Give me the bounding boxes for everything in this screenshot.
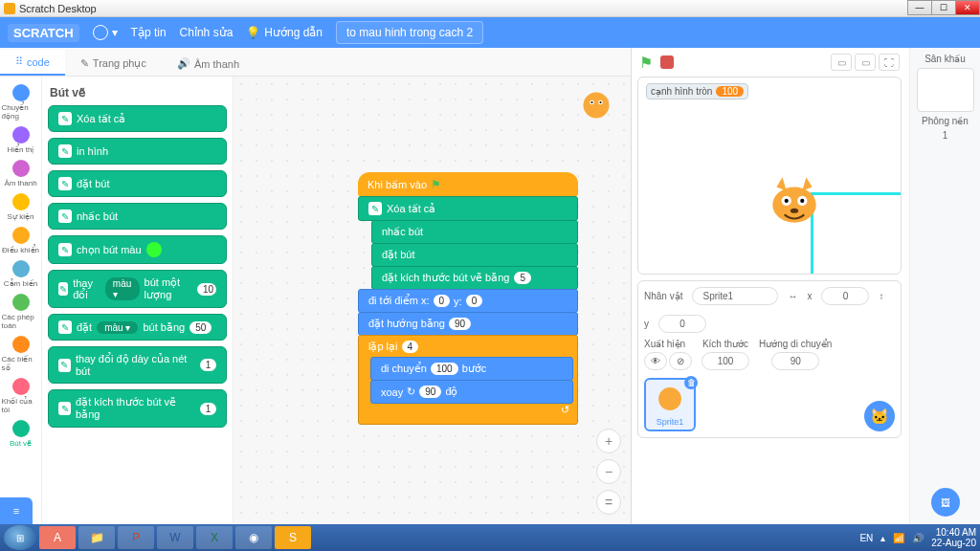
script-turn[interactable]: xoay↻90độ [370, 380, 573, 404]
block-set-pen-size[interactable]: đặt kích thước bút vẽ bằng1 [48, 389, 227, 428]
file-menu[interactable]: Tập tin [131, 26, 167, 39]
color-dropdown[interactable]: màu ▾ [105, 277, 140, 300]
backpack-button[interactable]: ≡ [0, 497, 33, 524]
y-input[interactable]: 0 [466, 295, 483, 307]
stage[interactable]: cạnh hình tròn 100 [637, 77, 902, 275]
category-Cảm biến[interactable]: Cảm biến [2, 258, 40, 290]
delete-sprite-button[interactable]: 🗑 [684, 376, 698, 389]
minimize-button[interactable]: — [907, 0, 932, 15]
value-input[interactable]: 1 [200, 403, 216, 415]
taskbar-word[interactable]: W [157, 526, 193, 549]
taskbar-scratch[interactable]: S [275, 526, 311, 549]
palette-title: Bút vẽ [50, 86, 227, 99]
green-flag-button[interactable]: ⚑ [639, 54, 653, 72]
show-button[interactable]: 👁 [644, 352, 667, 370]
backdrop-thumbnail[interactable] [917, 68, 974, 112]
block-stamp[interactable]: in hình [48, 138, 227, 165]
sprite-name-field[interactable]: Sprite1 [692, 287, 778, 305]
script-set-pen-size[interactable]: đặt kích thước bút vẽ bằng5 [371, 266, 578, 290]
language-indicator[interactable]: EN [859, 533, 873, 543]
sprite-x-field[interactable]: 0 [821, 287, 869, 305]
block-pen-up[interactable]: nhấc bút [48, 203, 227, 230]
tab-sounds[interactable]: 🔊Âm thanh [162, 52, 255, 76]
fullscreen-button[interactable]: ⛶ [879, 54, 900, 71]
category-Khối của tôi[interactable]: Khối của tôi [2, 376, 40, 416]
sprite-thumbnail[interactable]: 🗑 Sprite1 [644, 378, 696, 431]
add-backdrop-button[interactable]: 🖼 [931, 488, 960, 517]
sprite-size-field[interactable]: 100 [702, 352, 749, 370]
tutorials-menu[interactable]: 💡 Hướng dẫn [246, 26, 323, 39]
category-Hiển thị[interactable]: Hiển thị [2, 124, 40, 156]
value-input[interactable]: 5 [514, 272, 531, 284]
script-pen-down[interactable]: đặt bút [371, 243, 578, 267]
script-goto-xy[interactable]: đi tới điểm x:0y:0 [358, 289, 578, 313]
category-Bút vẽ[interactable]: Bút vẽ [2, 418, 40, 450]
category-Điều khiển[interactable]: Điều khiển [2, 225, 40, 256]
tab-code[interactable]: ⠿code [0, 50, 65, 76]
script-stack[interactable]: Khi bấm vào⚑ Xóa tất cả nhấc bút đặt bút… [358, 172, 578, 425]
variable-monitor[interactable]: cạnh hình tròn 100 [646, 83, 748, 99]
script-point-direction[interactable]: đặt hướng bằng90 [358, 312, 578, 336]
tray-sound-icon[interactable]: 🔊 [912, 533, 924, 543]
block-change-pen-size[interactable]: thay đổi độ dày của nét bút1 [48, 346, 227, 384]
language-menu[interactable]: ▾ [93, 25, 118, 40]
block-set-pen-param[interactable]: đặtmàu ▾bút bằng50 [48, 314, 227, 341]
category-Các phép toán[interactable]: Các phép toán [2, 292, 40, 332]
direction-input[interactable]: 90 [449, 318, 471, 330]
zoom-reset-button[interactable]: = [596, 490, 621, 515]
start-button[interactable]: ⊞ [4, 525, 36, 550]
stop-button[interactable] [660, 55, 674, 69]
category-Sự kiện[interactable]: Sự kiện [2, 191, 40, 223]
large-stage-button[interactable]: ▭ [855, 54, 876, 71]
taskbar-powerpoint[interactable]: P [118, 526, 154, 549]
zoom-in-button[interactable]: + [596, 429, 621, 453]
category-dot [12, 84, 30, 101]
taskbar-explorer[interactable]: 📁 [78, 526, 115, 549]
zoom-out-button[interactable]: − [596, 459, 621, 484]
color-dropdown[interactable]: màu ▾ [97, 321, 138, 334]
value-input[interactable]: 10 [197, 283, 216, 296]
add-sprite-button[interactable]: 🐱 [864, 401, 895, 431]
script-erase-all[interactable]: Xóa tất cả [358, 196, 578, 221]
value-input[interactable]: 1 [200, 359, 216, 371]
tray-flag-icon[interactable]: ▴ [880, 533, 885, 543]
tray-network-icon[interactable]: 📶 [893, 533, 904, 543]
project-name-field[interactable]: to mau hinh trong cach 2 [336, 21, 483, 44]
category-Âm thanh[interactable]: Âm thanh [2, 158, 40, 189]
pen-icon [368, 202, 382, 215]
sprite-cat[interactable] [765, 173, 824, 232]
maximize-button[interactable]: ☐ [931, 0, 956, 15]
x-input[interactable]: 0 [434, 295, 451, 307]
tab-costumes[interactable]: ✎Trang phục [65, 52, 162, 76]
block-pen-down[interactable]: đặt bút [48, 170, 227, 197]
block-erase-all[interactable]: Xóa tất cả [48, 105, 227, 132]
close-button[interactable]: ✕ [955, 0, 980, 15]
value-input[interactable]: 50 [189, 321, 212, 334]
xy-icon: ↔ [788, 291, 797, 301]
script-repeat[interactable]: lặp lại4 di chuyển100bước xoay↻90độ ↺ [358, 335, 578, 425]
script-canvas[interactable]: Khi bấm vào⚑ Xóa tất cả nhấc bút đặt bút… [234, 77, 631, 524]
color-swatch[interactable] [146, 242, 162, 257]
sprite-y-field[interactable]: 0 [658, 315, 706, 333]
repeat-count-input[interactable]: 4 [402, 341, 419, 353]
small-stage-button[interactable]: ▭ [831, 54, 852, 71]
block-set-pen-color[interactable]: chọn bút màu [48, 235, 227, 264]
hat-when-flag-clicked[interactable]: Khi bấm vào⚑ [358, 172, 578, 197]
editor-tabs: ⠿code ✎Trang phục 🔊Âm thanh [0, 48, 631, 77]
edit-menu[interactable]: Chỉnh sửa [180, 26, 234, 39]
block-change-pen-color[interactable]: thay đổimàu ▾bút một lượng10 [48, 270, 227, 308]
taskbar-app[interactable]: A [39, 526, 76, 549]
script-pen-up[interactable]: nhấc bút [371, 220, 578, 244]
category-Các biến số[interactable]: Các biến số [2, 334, 40, 374]
show-label: Xuất hiện [644, 339, 692, 349]
degrees-input[interactable]: 90 [419, 386, 441, 398]
taskbar-chrome[interactable]: ◉ [235, 526, 272, 549]
sprite-direction-field[interactable]: 90 [771, 352, 819, 370]
hide-button[interactable]: ⊘ [669, 352, 692, 370]
system-clock[interactable]: 10:40 AM 22-Aug-20 [931, 527, 976, 548]
script-move-steps[interactable]: di chuyển100bước [370, 357, 573, 381]
steps-input[interactable]: 100 [431, 363, 458, 375]
stage-rail-title: Sân khấu [924, 54, 966, 64]
category-Chuyển động[interactable]: Chuyển động [2, 82, 40, 122]
taskbar-excel[interactable]: X [196, 526, 233, 549]
